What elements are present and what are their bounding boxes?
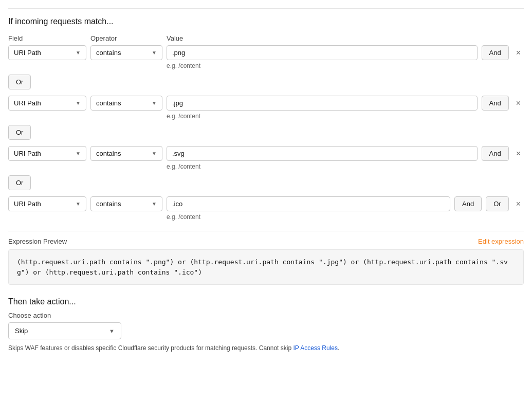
or-button-3[interactable]: Or (8, 175, 31, 190)
and-button-4[interactable]: And (454, 196, 482, 211)
operator-column-label: Operator (90, 34, 162, 42)
operator-select-arrow-icon-3: ▼ (152, 151, 157, 156)
field-select-value-1: URI Path (14, 49, 41, 57)
and-button-2[interactable]: And (482, 96, 509, 111)
field-column-label: Field (8, 34, 86, 42)
edit-expression-link[interactable]: Edit expression (478, 238, 524, 245)
field-select-value-4: URI Path (14, 200, 41, 208)
hint-1: e.g. /content (167, 62, 524, 69)
hint-2: e.g. /content (167, 113, 524, 120)
remove-button-4[interactable]: × (513, 198, 524, 210)
then-title: Then take action... (8, 297, 524, 306)
expression-preview-label: Expression Preview (8, 238, 67, 245)
rule-block-4: URI Path▼contains▼AndOr×e.g. /content (8, 196, 524, 221)
or-row-1: Or (8, 75, 524, 89)
field-select-1[interactable]: URI Path▼ (8, 45, 86, 60)
operator-select-value-3: contains (96, 150, 121, 157)
rule-row-1: URI Path▼contains▼And× (8, 45, 524, 60)
skip-note: Skips WAF features or disables specific … (8, 344, 524, 352)
and-button-1[interactable]: And (482, 45, 509, 60)
operator-select-4[interactable]: contains▼ (90, 196, 162, 211)
remove-button-1[interactable]: × (513, 47, 524, 59)
value-column-label: Value (167, 34, 183, 42)
value-input-1[interactable] (167, 45, 478, 60)
or-button-1[interactable]: Or (8, 75, 31, 89)
operator-select-1[interactable]: contains▼ (90, 45, 162, 60)
field-select-arrow-icon-4: ▼ (76, 201, 81, 207)
field-select-4[interactable]: URI Path▼ (8, 196, 86, 211)
value-input-2[interactable] (167, 96, 478, 111)
field-select-value-3: URI Path (14, 150, 41, 157)
rule-block-1: URI Path▼contains▼And×e.g. /content (8, 45, 524, 69)
hint-3: e.g. /content (167, 163, 524, 170)
value-input-3[interactable] (167, 146, 478, 161)
action-select-arrow-icon: ▼ (109, 328, 115, 334)
expression-section: Expression Preview Edit expression (http… (8, 231, 524, 285)
operator-select-arrow-icon-4: ▼ (152, 201, 157, 207)
operator-select-2[interactable]: contains▼ (90, 96, 162, 111)
remove-button-3[interactable]: × (513, 148, 524, 160)
operator-select-3[interactable]: contains▼ (90, 146, 162, 161)
action-select[interactable]: Skip ▼ (8, 322, 121, 339)
or-row-2: Or (8, 125, 524, 140)
rule-row-3: URI Path▼contains▼And× (8, 146, 524, 161)
field-labels: Field Operator Value (8, 34, 524, 42)
remove-button-2[interactable]: × (513, 97, 524, 110)
page-title: If incoming requests match... (8, 17, 524, 26)
operator-select-arrow-icon-2: ▼ (152, 100, 157, 106)
field-select-arrow-icon-3: ▼ (76, 151, 81, 156)
expression-header: Expression Preview Edit expression (8, 238, 524, 245)
and-button-3[interactable]: And (482, 146, 509, 161)
hint-4: e.g. /content (167, 213, 524, 221)
field-select-value-2: URI Path (14, 99, 41, 107)
rule-row-4: URI Path▼contains▼AndOr× (8, 196, 524, 211)
or-row-3: Or (8, 175, 524, 190)
operator-select-value-1: contains (96, 49, 121, 57)
or-button-inline-4[interactable]: Or (486, 196, 508, 211)
field-select-arrow-icon-1: ▼ (76, 50, 81, 56)
choose-action-label: Choose action (8, 312, 524, 319)
operator-select-value-2: contains (96, 99, 121, 107)
field-select-arrow-icon-2: ▼ (76, 100, 81, 106)
rule-block-2: URI Path▼contains▼And×e.g. /content (8, 96, 524, 120)
ip-access-rules-link[interactable]: IP Access Rules (293, 344, 337, 352)
operator-select-value-4: contains (96, 200, 121, 208)
value-input-4[interactable] (167, 196, 450, 211)
rule-block-3: URI Path▼contains▼And×e.g. /content (8, 146, 524, 170)
or-button-2[interactable]: Or (8, 125, 31, 140)
field-select-3[interactable]: URI Path▼ (8, 146, 86, 161)
action-select-value: Skip (15, 327, 28, 335)
rules-container: URI Path▼contains▼And×e.g. /contentOrURI… (8, 45, 524, 221)
operator-select-arrow-icon-1: ▼ (152, 50, 157, 56)
then-section: Then take action... Choose action Skip ▼… (8, 297, 524, 352)
expression-preview: (http.request.uri.path contains ".png") … (8, 249, 524, 285)
field-select-2[interactable]: URI Path▼ (8, 96, 86, 111)
rule-row-2: URI Path▼contains▼And× (8, 96, 524, 111)
